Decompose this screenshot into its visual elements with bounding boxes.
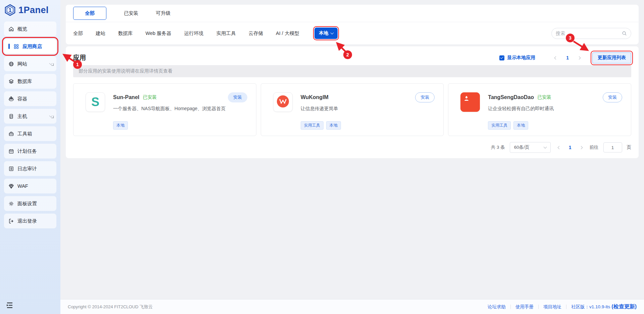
sidebar-item-logs[interactable]: 日志审计 [4,161,56,176]
wukongim-logo-icon [275,94,291,110]
sidebar-item-label: WAF [17,183,28,189]
category-bar: 全部 建站 数据库 Web 服务器 运行环境 实用工具 云存储 AI / 大模型… [66,22,639,44]
sidebar-item-label: 容器 [17,96,27,102]
category-all[interactable]: 全部 [73,30,83,37]
sun-panel-logo: S [86,92,105,112]
prev-page-icon[interactable] [554,56,558,59]
search-input[interactable] [556,31,622,36]
check-update-link[interactable]: (检查更新) [611,303,637,310]
category-website[interactable]: 建站 [96,30,105,37]
sidebar-item-overview[interactable]: 概览 [4,21,56,36]
tag-tools: 实用工具 [488,121,511,130]
category-tools[interactable]: 实用工具 [216,30,236,37]
brand-logo: 1 1Panel [0,0,60,19]
next-page-icon[interactable] [579,146,583,149]
installed-badge: 已安装 [143,94,157,100]
sidebar-item-waf[interactable]: WAF [4,179,56,193]
divider [510,305,511,309]
divider [566,305,566,309]
next-page-icon[interactable] [578,56,581,59]
annotation-box-update: 更新应用列表 [592,52,631,63]
sidebar-item-logout[interactable]: 退出登录 [4,214,56,228]
version-value: v1.10.9-lts [589,304,610,309]
waf-gem-icon [8,183,14,189]
category-runtime[interactable]: 运行环境 [184,30,204,37]
install-button[interactable]: 安装 [415,92,435,102]
home-icon [8,26,14,32]
category-cloud-storage[interactable]: 云存储 [249,30,263,37]
app-card-list: S Sun-Panel 已安装 安装 一个服务器、NAS导航面板、Homepag… [73,83,631,136]
sidebar-item-label: 数据库 [17,78,32,85]
tab-installed[interactable]: 已安装 [124,10,139,16]
show-local-checkbox[interactable] [499,55,504,60]
category-database[interactable]: 数据库 [118,30,133,37]
current-page[interactable]: 1 [566,55,569,60]
toolbox-icon [8,131,14,137]
sidebar-item-host[interactable]: 主机 [4,109,56,124]
local-filter-button[interactable]: 本地 [314,28,338,39]
sidebar-item-settings[interactable]: 面板设置 [4,196,56,211]
app-store-header: 全部 已安装 可升级 全部 建站 数据库 Web 服务器 运行环境 实用工具 云… [66,5,639,44]
top-pager: 1 [555,55,580,60]
tabs-bar: 全部 已安装 可升级 [66,5,639,22]
sidebar-item-cronjob[interactable]: 计划任务 [4,144,56,159]
version-label: 社区版： [571,304,589,310]
container-icon [8,96,14,102]
collapse-sidebar-button[interactable] [5,302,14,310]
collapse-menu-icon [5,302,14,309]
sidebar-item-container[interactable]: 容器 [4,91,56,106]
chevron-down-icon [49,114,53,118]
app-card-sun-panel[interactable]: S Sun-Panel 已安装 安装 一个服务器、NAS导航面板、Homepag… [73,83,256,136]
tag-tools: 实用工具 [301,121,324,130]
sidebar-item-label: 计划任务 [17,148,37,154]
category-web-server[interactable]: Web 服务器 [146,30,171,37]
current-page[interactable]: 1 [569,145,572,150]
annotation-box-local: 本地 [314,28,338,39]
gear-icon [8,201,14,207]
app-description: 让企业轻松拥有自己的即时通讯 [488,106,622,112]
app-card-tangsengdaodao[interactable]: TangSengDaoDao 已安装 安装 让企业轻松拥有自己的即时通讯 实用工… [448,83,631,136]
install-button[interactable]: 安装 [228,92,247,102]
sidebar-nav: 概览 应用商店 网站 数据库 容器 主机 工具箱 [0,19,60,228]
sidebar-item-label: 概览 [17,26,27,32]
footer-link-project[interactable]: 项目地址 [543,304,561,310]
tab-all[interactable]: 全部 [73,7,106,20]
sidebar-item-label: 面板设置 [17,200,37,207]
app-name: WuKongIM [301,94,329,100]
app-card-wukongim[interactable]: WuKongIM 安装 让信息传递更简单 实用工具 本地 [261,83,444,136]
tab-upgradable[interactable]: 可升级 [156,10,171,16]
tangsengdaodao-logo [460,92,480,112]
tag-local: 本地 [513,121,528,130]
footer-link-manual[interactable]: 使用手册 [515,304,534,310]
sidebar-item-app-store[interactable]: 应用商店 [4,39,56,54]
logs-icon [8,166,14,172]
update-app-list-button[interactable]: 更新应用列表 [592,52,631,63]
page-unit-label: 页 [627,144,632,150]
footer-link-forum[interactable]: 论坛求助 [488,304,506,310]
category-ai[interactable]: AI / 大模型 [276,30,299,37]
install-button[interactable]: 安装 [603,92,622,102]
apps-panel: 应用 显示本地应用 1 更新应用列表 部分应用的安装使用说明请在应用详情页查看 … [66,46,639,158]
apps-panel-controls: 显示本地应用 1 更新应用列表 [499,52,631,63]
sidebar: 1 1Panel 概览 应用商店 网站 数据库 容器 主机 [0,0,60,314]
goto-page-input[interactable] [603,142,622,152]
search-icon [622,31,627,36]
sidebar-item-toolbox[interactable]: 工具箱 [4,126,56,141]
sidebar-item-database[interactable]: 数据库 [4,74,56,89]
app-store-icon [13,44,19,49]
sidebar-item-label: 主机 [17,113,27,120]
wukongim-logo [273,92,293,112]
active-indicator-bar [8,44,10,49]
sidebar-item-website[interactable]: 网站 [4,56,56,71]
brand-name: 1Panel [18,5,49,15]
apps-panel-header: 应用 显示本地应用 1 更新应用列表 [73,46,631,64]
prev-page-icon[interactable] [557,146,561,149]
brand-logo-icon: 1 [4,4,16,16]
sidebar-item-label: 工具箱 [17,131,32,137]
database-icon [8,79,14,84]
host-icon [8,114,14,119]
chevron-down-icon [331,31,334,35]
show-local-label: 显示本地应用 [507,55,535,61]
copyright-text: Copyright © 2014-2024 FIT2CLOUD 飞致云 [68,304,153,310]
page-size-select[interactable]: 60条/页 [510,142,551,153]
